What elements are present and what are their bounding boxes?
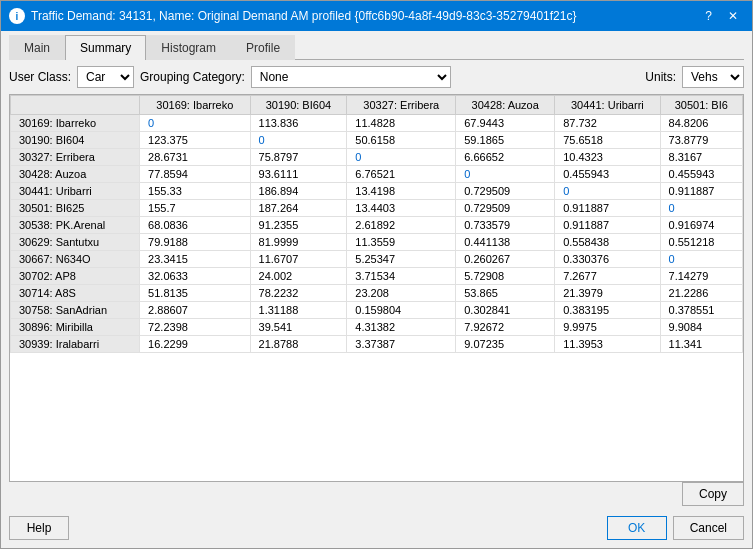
cell: 5.25347 [347, 251, 456, 268]
table-row: 30441: Uribarri155.33186.89413.41980.729… [11, 183, 743, 200]
table-row: 30714: A8S51.813578.223223.20853.86521.3… [11, 285, 743, 302]
row-header: 30327: Erribera [11, 149, 140, 166]
cell: 9.07235 [456, 336, 555, 353]
cell: 186.894 [250, 183, 347, 200]
cell: 6.76521 [347, 166, 456, 183]
tab-histogram[interactable]: Histogram [146, 35, 231, 60]
cell: 0.911887 [555, 217, 660, 234]
cell: 3.71534 [347, 268, 456, 285]
table-row: 30896: Miribilla72.239839.5414.313827.92… [11, 319, 743, 336]
cell: 0.911887 [555, 200, 660, 217]
row-header: 30441: Uribarri [11, 183, 140, 200]
cell: 123.375 [140, 132, 250, 149]
grouping-label: Grouping Category: [140, 70, 245, 84]
cell: 0.911887 [660, 183, 742, 200]
cell: 68.0836 [140, 217, 250, 234]
cell: 2.88607 [140, 302, 250, 319]
table-row: 30538: PK.Arenal68.083691.23552.618920.7… [11, 217, 743, 234]
cell: 0.729509 [456, 183, 555, 200]
cell: 7.14279 [660, 268, 742, 285]
cell: 0.159804 [347, 302, 456, 319]
data-table-container[interactable]: 30169: Ibarreko 30190: BI604 30327: Erri… [9, 94, 744, 482]
table-row: 30667: N634O23.341511.67075.253470.26026… [11, 251, 743, 268]
close-button[interactable]: ✕ [722, 7, 744, 25]
cell: 79.9188 [140, 234, 250, 251]
cell: 2.61892 [347, 217, 456, 234]
app-icon: i [9, 8, 25, 24]
help-title-button[interactable]: ? [699, 7, 718, 25]
cell: 0 [660, 200, 742, 217]
cell: 0.260267 [456, 251, 555, 268]
row-header: 30428: Auzoa [11, 166, 140, 183]
cell: 1.31188 [250, 302, 347, 319]
row-header: 30629: Santutxu [11, 234, 140, 251]
row-header: 30538: PK.Arenal [11, 217, 140, 234]
row-header: 30501: BI625 [11, 200, 140, 217]
user-class-label: User Class: [9, 70, 71, 84]
row-header: 30758: SanAdrian [11, 302, 140, 319]
cell: 16.2299 [140, 336, 250, 353]
cell: 67.9443 [456, 115, 555, 132]
toolbar: User Class: Car LGV HGV PSV Grouping Cat… [9, 66, 744, 88]
copy-button-row: Copy [9, 482, 744, 506]
cell: 21.3979 [555, 285, 660, 302]
cell: 5.72908 [456, 268, 555, 285]
dialog-content: Main Summary Histogram Profile User Clas… [1, 31, 752, 548]
cell: 39.541 [250, 319, 347, 336]
cell: 32.0633 [140, 268, 250, 285]
cell: 21.2286 [660, 285, 742, 302]
row-header: 30667: N634O [11, 251, 140, 268]
tab-summary[interactable]: Summary [65, 35, 146, 60]
table-row: 30428: Auzoa77.859493.61116.7652100.4559… [11, 166, 743, 183]
cell: 0 [660, 251, 742, 268]
title-bar-buttons: ? ✕ [699, 7, 744, 25]
cell: 91.2355 [250, 217, 347, 234]
title-bar: i Traffic Demand: 34131, Name: Original … [1, 1, 752, 31]
main-window: i Traffic Demand: 34131, Name: Original … [0, 0, 753, 549]
cancel-button[interactable]: Cancel [673, 516, 744, 540]
units-select[interactable]: Vehs PCUs [682, 66, 744, 88]
row-header: 30896: Miribilla [11, 319, 140, 336]
copy-button[interactable]: Copy [682, 482, 744, 506]
table-row: 30190: BI604123.375050.615859.186575.651… [11, 132, 743, 149]
col-header-30428: 30428: Auzoa [456, 96, 555, 115]
cell: 3.37387 [347, 336, 456, 353]
cell: 50.6158 [347, 132, 456, 149]
help-button[interactable]: Help [9, 516, 69, 540]
cell: 155.7 [140, 200, 250, 217]
col-header-30501: 30501: BI6 [660, 96, 742, 115]
col-header-empty [11, 96, 140, 115]
col-header-30190: 30190: BI604 [250, 96, 347, 115]
data-table: 30169: Ibarreko 30190: BI604 30327: Erri… [10, 95, 743, 353]
row-header: 30702: AP8 [11, 268, 140, 285]
cell: 10.4323 [555, 149, 660, 166]
cell: 0 [555, 183, 660, 200]
table-row: 30327: Erribera28.673175.879706.6665210.… [11, 149, 743, 166]
cell: 8.3167 [660, 149, 742, 166]
table-row: 30702: AP832.063324.0023.715345.729087.2… [11, 268, 743, 285]
cell: 24.002 [250, 268, 347, 285]
cell: 81.9999 [250, 234, 347, 251]
table-row: 30629: Santutxu79.918881.999911.35590.44… [11, 234, 743, 251]
cell: 187.264 [250, 200, 347, 217]
cell: 155.33 [140, 183, 250, 200]
cell: 0.916974 [660, 217, 742, 234]
cell: 0.733579 [456, 217, 555, 234]
cell: 11.3559 [347, 234, 456, 251]
cell: 0.330376 [555, 251, 660, 268]
cell: 4.31382 [347, 319, 456, 336]
cell: 93.6111 [250, 166, 347, 183]
bottom-bar: Help OK Cancel [9, 516, 744, 540]
col-header-30169: 30169: Ibarreko [140, 96, 250, 115]
cell: 11.3953 [555, 336, 660, 353]
grouping-select[interactable]: None District Zone [251, 66, 451, 88]
cell: 0 [140, 115, 250, 132]
cell: 11.6707 [250, 251, 347, 268]
table-row: 30169: Ibarreko0113.83611.482867.944387.… [11, 115, 743, 132]
row-header: 30190: BI604 [11, 132, 140, 149]
user-class-select[interactable]: Car LGV HGV PSV [77, 66, 134, 88]
ok-button[interactable]: OK [607, 516, 667, 540]
tab-main[interactable]: Main [9, 35, 65, 60]
cell: 0.551218 [660, 234, 742, 251]
tab-profile[interactable]: Profile [231, 35, 295, 60]
